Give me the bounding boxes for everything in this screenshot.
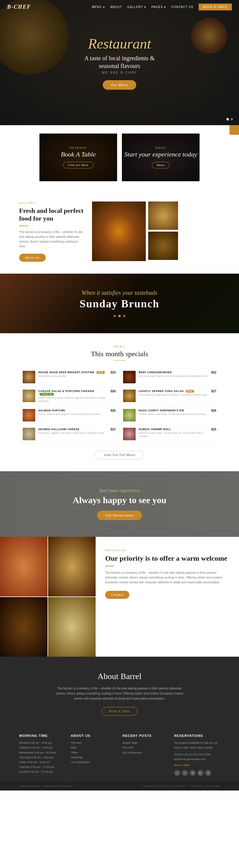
nav-about[interactable]: ABOUT bbox=[110, 5, 122, 9]
footer-res-body: Our support available to help you 24 hou… bbox=[174, 740, 220, 750]
brunch-dot-1[interactable] bbox=[113, 315, 116, 317]
social-googleplus-icon[interactable]: G+ bbox=[197, 770, 204, 776]
menu-item-1-name: HOUSE MADE DEEP BRISKET POUTINE NEW bbox=[38, 371, 108, 374]
menu-item-3-name: CAESAR SALAD & POPCORN CHICKEN POPULAR bbox=[38, 390, 108, 396]
footer-about-subsidiaries[interactable]: US Subsidiaries bbox=[71, 760, 116, 765]
about-text: Gallery Fresh and local perfect food for… bbox=[19, 202, 85, 262]
menu-item-7: SEARED HALLOUMI CHEESE Edamame, veggies,… bbox=[19, 425, 120, 443]
hero-tagline: WE ARE B-CHEF bbox=[84, 71, 155, 74]
barrel-body: The kitchen is a brewery of life – wheth… bbox=[54, 686, 185, 701]
nav-links: MENU ABOUT GALLERY PAGES CONTACT US BOOK… bbox=[92, 4, 232, 10]
brunch-dot-3[interactable] bbox=[123, 315, 126, 317]
footer-working-thu: Thursday 9:00 am – 9:00 pm bbox=[19, 755, 65, 760]
brunch-title: Sunday Brunch bbox=[79, 298, 159, 310]
footer-col-2-title: About us bbox=[71, 734, 116, 738]
about-side-image-1 bbox=[148, 202, 178, 230]
menu-item-3: CAESAR SALAD & POPCORN CHICKEN POPULAR C… bbox=[19, 386, 120, 406]
footer-col-3-title: Recent posts bbox=[123, 734, 168, 738]
cards-row: Reserve Book A Table Find out More Menu … bbox=[0, 125, 239, 190]
welcome-images bbox=[0, 537, 96, 657]
welcome-image-3 bbox=[0, 597, 48, 657]
footer-post-architecture[interactable]: Our Architecture bbox=[123, 750, 168, 755]
footer-working-mon: Monday 9:00 am – 9:00 pm bbox=[19, 740, 65, 745]
menu-item-5-image bbox=[23, 409, 35, 422]
nav-gallery[interactable]: GALLERY bbox=[127, 5, 146, 9]
social-pinterest-icon[interactable]: P bbox=[205, 770, 211, 776]
menu-item-2-image bbox=[123, 371, 136, 383]
card2-btn[interactable]: Menu bbox=[152, 162, 170, 168]
footer-about-story[interactable]: The story bbox=[71, 740, 116, 745]
happy-title: Always happy to see you bbox=[73, 495, 166, 505]
card1-label: Reserve bbox=[61, 146, 96, 149]
hero-food-decoration bbox=[191, 18, 227, 54]
about-btn[interactable]: About Us bbox=[19, 254, 46, 262]
footer-contact-team-link[interactable]: CONTACT THE TEAM bbox=[191, 785, 220, 787]
nav-pages[interactable]: PAGES bbox=[152, 5, 166, 9]
menu-item-4-desc: Phen dressing, baby spinach, sesame, cuc… bbox=[139, 393, 208, 397]
happy-banner: Start your experience Always happy to se… bbox=[0, 471, 239, 537]
footer-bottom: Powered by B-Chef – Restaurant HTML Temp… bbox=[0, 782, 239, 790]
menu-item-2-desc: 8oz Grass aged cheddar, smoked mozzarell… bbox=[139, 374, 208, 378]
nav-cta-button[interactable]: BOOK A TABLE bbox=[199, 4, 232, 10]
footer-res-email: bchefresto@example.com bbox=[174, 757, 220, 762]
footer-post-chef[interactable]: Ole Chef bbox=[123, 745, 168, 750]
menu-item-2-name: BEEF CHEESEBURGER bbox=[139, 371, 208, 374]
footer-social-links: f t in G+ P bbox=[174, 770, 220, 776]
hero-dot-1[interactable] bbox=[227, 118, 229, 120]
menu-item-2: BEEF CHEESEBURGER 8oz Grass aged cheddar… bbox=[120, 368, 220, 386]
site-logo[interactable]: B-CHEF bbox=[7, 4, 31, 10]
footer-col-4-title: Reservations bbox=[174, 734, 220, 738]
menu-item-6-info: DUCK CONFIT SHEPHERD'S PIE Pomme purée, … bbox=[139, 409, 208, 416]
menu-item-3-desc: Classic dressing, bacon croutons, egg yo… bbox=[38, 396, 108, 403]
menu-item-2-price: $22 bbox=[211, 371, 216, 374]
menu-item-4-info: LIGHTLY SEARED TUNA SALAD NEW Phen dress… bbox=[139, 390, 208, 397]
welcome-text: Franchise Our priority is to offer a war… bbox=[96, 537, 239, 657]
footer-columns: Working Time Monday 9:00 am – 9:00 pm Tu… bbox=[0, 724, 239, 782]
about-title: Fresh and local perfect food for you bbox=[19, 207, 85, 223]
brunch-dot-2[interactable] bbox=[118, 315, 121, 317]
menu-item-5-price: $26 bbox=[110, 409, 115, 412]
happy-reservation-button[interactable]: Get Reservation bbox=[97, 510, 142, 520]
menu-item-8-info: NORDIC SHRIMP ROLL Brioche & butter mayo… bbox=[139, 428, 208, 438]
nav-menu[interactable]: MENU bbox=[92, 5, 105, 9]
menu-item-8: NORDIC SHRIMP ROLL Brioche & butter mayo… bbox=[120, 425, 220, 443]
social-linkedin-icon[interactable]: in bbox=[190, 770, 196, 776]
welcome-image-4 bbox=[48, 597, 96, 657]
welcome-body: The kitchen is a brewery of life – wheth… bbox=[105, 570, 230, 585]
barrel-book-button[interactable]: Book A Table bbox=[102, 707, 137, 716]
menu-section-title: This month specials bbox=[19, 350, 220, 358]
brunch-banner: When it satisfies your tastebuds Sunday … bbox=[0, 274, 239, 333]
menu-item-5-info: SALMON TARTARE Fennel, citrus & herb aru… bbox=[38, 409, 108, 416]
menu-item-5-desc: Fennel, citrus & herb arugula. Served wi… bbox=[38, 412, 108, 416]
brunch-script: When it satisfies your tastebuds bbox=[82, 289, 157, 296]
hero-cta-button[interactable]: Our Menu bbox=[103, 80, 136, 90]
social-facebook-icon[interactable]: f bbox=[174, 770, 180, 776]
menu-item-6-name: DUCK CONFIT SHEPHERD'S PIE bbox=[139, 409, 208, 412]
navbar: B-CHEF MENU ABOUT GALLERY PAGES CONTACT … bbox=[0, 0, 239, 14]
menu-item-6-desc: Pomme purée, confit leeks, served with m… bbox=[139, 412, 208, 416]
nav-contact[interactable]: CONTACT US bbox=[171, 5, 193, 9]
welcome-image-1 bbox=[0, 537, 48, 596]
about-section: Gallery Fresh and local perfect food for… bbox=[0, 190, 239, 274]
footer-about-weddings[interactable]: Weddings bbox=[71, 755, 116, 760]
footer-permissions-link[interactable]: PERMISSIONS AND COPYRIGHT bbox=[142, 785, 187, 787]
card1-btn[interactable]: Find out More bbox=[63, 162, 94, 168]
book-table-card: Reserve Book A Table Find out More bbox=[39, 133, 117, 181]
menu-item-5-name: SALMON TARTARE bbox=[38, 409, 108, 412]
view-full-menu-button[interactable]: View Our Full Menu bbox=[95, 451, 144, 459]
menu-item-1-desc: Homemade gravy, poutine bbox=[38, 374, 108, 378]
footer-post-burger[interactable]: Burger Night bbox=[123, 740, 168, 745]
footer-res-book[interactable]: Book A Table bbox=[174, 763, 220, 768]
footer-about-blog[interactable]: Blog bbox=[71, 745, 116, 750]
welcome-contact-button[interactable]: Contact bbox=[105, 591, 129, 599]
footer-col-about-us: About us The story Blog Offers Weddings … bbox=[71, 734, 116, 776]
menu-item-7-info: SEARED HALLOUMI CHEESE Edamame, veggies,… bbox=[38, 428, 108, 435]
hero-dot-2[interactable] bbox=[231, 118, 233, 120]
footer-col-recent-posts: Recent posts Burger Night Ole Chef Our A… bbox=[123, 734, 168, 776]
footer-about-offers[interactable]: Offers bbox=[71, 750, 116, 755]
social-twitter-icon[interactable]: t bbox=[182, 770, 188, 776]
menu-item-6-image bbox=[123, 409, 136, 422]
footer-col-reservations: Reservations Our support available to he… bbox=[174, 734, 220, 776]
card1-title: Book A Table bbox=[61, 151, 96, 158]
card2-label: Menu bbox=[124, 146, 197, 149]
